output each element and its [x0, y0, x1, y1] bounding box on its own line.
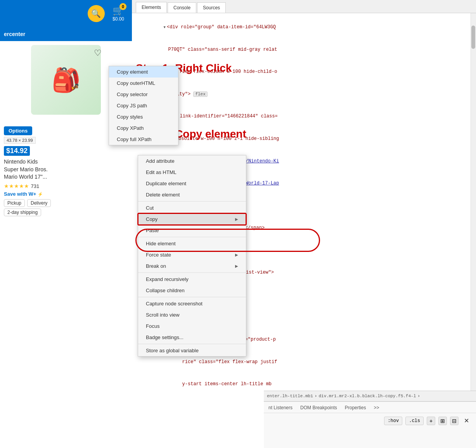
menu-item-paste[interactable]: Paste: [138, 225, 246, 236]
menu-item-badge[interactable]: Badge settings...: [138, 332, 246, 343]
menu-item-force-state[interactable]: Force state ▶: [138, 249, 246, 260]
hide-label: Hide element: [146, 241, 176, 246]
devtools-scrollbar[interactable]: [471, 13, 476, 399]
menu-item-cut[interactable]: Cut: [138, 202, 246, 214]
pickup-tag[interactable]: Pickup: [4, 199, 25, 207]
expand-label: Expand recursively: [146, 276, 189, 282]
wplus-icon: ⚡: [38, 192, 43, 196]
console-tab[interactable]: Console: [168, 2, 196, 13]
context-menu: Add attribute Edit as HTML Duplicate ele…: [138, 155, 246, 357]
save-badge: Save with W+ ⚡: [4, 191, 128, 197]
copy-outerhtml-label: Copy outerHTML: [117, 80, 155, 86]
heart-icon[interactable]: ♡: [94, 48, 102, 58]
menu-item-store-global[interactable]: Store as global variable: [138, 345, 246, 356]
menu-item-copy[interactable]: Copy ▶: [138, 214, 246, 225]
copy-submenu: Copy element Copy outerHTML Copy selecto…: [109, 66, 178, 145]
dock-icon[interactable]: ⊞: [438, 417, 447, 425]
submenu-copy-element[interactable]: Copy element: [109, 66, 178, 78]
cart-badge: 0: [119, 3, 126, 10]
menu-item-delete[interactable]: Delete element: [138, 189, 246, 200]
menu-item-hide[interactable]: Hide element: [138, 238, 246, 249]
product-image: 🎒: [31, 45, 101, 115]
html-line-5: ▼<a link-identifier="1466221844" class=: [137, 105, 466, 128]
delivery-tag[interactable]: Delivery: [27, 199, 51, 207]
submenu-copy-xpath[interactable]: Copy XPath: [109, 122, 178, 134]
copy-js-path-label: Copy JS path: [117, 103, 147, 109]
elements-tab[interactable]: Elements: [136, 2, 167, 13]
menu-separator-5: [138, 344, 246, 344]
html-line-2: P70QT" class="sans-serif mid-gray relat: [137, 39, 466, 61]
menu-item-collapse[interactable]: Collapse children: [138, 285, 246, 296]
nav-text: ercenter: [4, 31, 25, 37]
star-rating: ★★★★★: [4, 183, 29, 189]
delete-label: Delete element: [146, 192, 180, 198]
capture-label: Capture node screenshot: [146, 301, 203, 307]
focus-label: Focus: [146, 323, 159, 329]
menu-separator-1: [138, 201, 246, 202]
menu-item-capture[interactable]: Capture node screenshot: [138, 298, 246, 309]
options-badge[interactable]: Options: [4, 126, 32, 135]
breadcrumb-item-1[interactable]: enter.lh-title.mb1: [267, 394, 313, 398]
copy-xpath-label: Copy XPath: [117, 125, 144, 131]
cut-label: Cut: [146, 205, 154, 211]
sources-tab[interactable]: Sources: [197, 2, 226, 13]
search-button[interactable]: 🔍: [88, 5, 105, 22]
product-price: $14.92: [4, 146, 30, 156]
menu-item-focus[interactable]: Focus: [138, 320, 246, 332]
price-wrap: $14.92: [4, 144, 128, 156]
edit-html-label: Edit as HTML: [146, 169, 177, 175]
menu-item-duplicate[interactable]: Duplicate element: [138, 178, 246, 189]
menu-item-expand[interactable]: Expand recursively: [138, 274, 246, 285]
product-image-wrap: 🎒 ♡: [27, 45, 105, 122]
website-header: 🔍 🛒 0 $0.00: [0, 0, 132, 27]
menu-item-edit-html[interactable]: Edit as HTML: [138, 167, 246, 178]
submenu-copy-full-xpath[interactable]: Copy full XPath: [109, 134, 178, 145]
flex-badge[interactable]: flex: [193, 91, 207, 97]
nav-bar: ercenter: [0, 27, 132, 41]
cart-area[interactable]: 🛒 0 $0.00: [113, 5, 124, 22]
review-count: 731: [31, 183, 39, 189]
product-title-line2: Super Mario Bros.: [4, 166, 128, 174]
toolbar-tabs: nt Listeners DOM Breakpoints Properties …: [264, 402, 476, 413]
cart-icon-wrap: 🛒 0: [113, 5, 124, 16]
store-global-label: Store as global variable: [146, 348, 199, 353]
triangle-icon-1[interactable]: ▼: [164, 25, 166, 30]
breadcrumb-item-2[interactable]: div.mr1.mr2-xl.b.black.lh-copy.f5.f4-l: [318, 394, 416, 398]
force-state-label: Force state: [146, 252, 171, 258]
menu-item-add-attribute[interactable]: Add attribute: [138, 155, 246, 167]
break-on-arrow-icon: ▶: [235, 264, 238, 268]
break-on-label: Break on: [146, 263, 166, 269]
scrollbar-thumb[interactable]: [471, 26, 475, 49]
product-title-line3: Mario World 17"...: [4, 173, 128, 181]
add-icon[interactable]: +: [427, 417, 435, 425]
menu-item-break-on[interactable]: Break on ▶: [138, 260, 246, 272]
devtools-tabs: Elements Console Sources: [132, 0, 476, 13]
hov-button[interactable]: :hov: [384, 417, 402, 425]
menu-item-scroll[interactable]: Scroll into view: [138, 309, 246, 320]
copy-arrow-icon: ▶: [235, 217, 238, 221]
force-state-arrow-icon: ▶: [235, 253, 238, 257]
copy-element-label: Copy element: [117, 69, 148, 75]
copy-full-xpath-label: Copy full XPath: [117, 136, 152, 142]
save-text: Save with W+: [4, 191, 36, 197]
cls-button[interactable]: .cls: [405, 417, 424, 425]
submenu-copy-selector[interactable]: Copy selector: [109, 89, 178, 100]
submenu-copy-jspath[interactable]: Copy JS path: [109, 100, 178, 111]
submenu-copy-outerhtml[interactable]: Copy outerHTML: [109, 78, 178, 89]
product-title-line1: Nintendo Kids: [4, 158, 128, 166]
menu-separator-4: [138, 297, 246, 297]
close-button[interactable]: ✕: [462, 416, 471, 425]
html-line-1: ▼<div role="group" data-item-id="64LW3GQ: [137, 16, 466, 39]
delivery-tags: Pickup Delivery: [4, 199, 128, 207]
copy-styles-label: Copy styles: [117, 114, 143, 120]
scroll-label: Scroll into view: [146, 312, 180, 318]
toolbar-controls: :hov .cls + ⊞ ⊟ ✕: [264, 413, 476, 428]
breadcrumb-bar: enter.lh-title.mb1 › div.mr1.mr2-xl.b.bl…: [264, 391, 476, 401]
html-line-4: pacity"> flex: [137, 83, 466, 106]
properties-tab[interactable]: Properties: [345, 405, 366, 413]
listeners-tab[interactable]: nt Listeners: [268, 405, 293, 413]
settings-icon[interactable]: ⊟: [450, 417, 459, 425]
dom-breakpoints-tab[interactable]: DOM Breakpoints: [300, 405, 337, 413]
more-tabs[interactable]: >>: [374, 405, 379, 413]
submenu-copy-styles[interactable]: Copy styles: [109, 111, 178, 122]
